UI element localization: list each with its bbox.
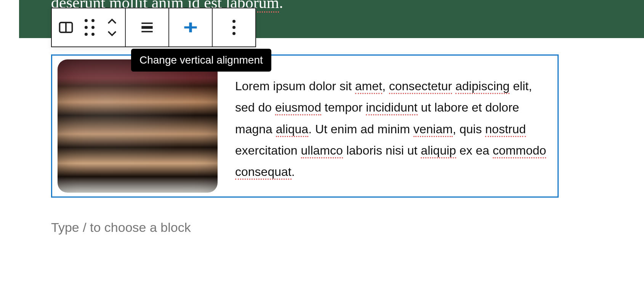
drag-icon <box>85 19 95 36</box>
block-toolbar <box>51 8 256 47</box>
media-text-block[interactable]: Lorem ipsum dolor sit amet, consectetur … <box>51 54 559 198</box>
drag-handle[interactable] <box>78 8 101 46</box>
tooltip: Change vertical alignment <box>131 49 271 72</box>
toolbar-group-align <box>126 8 169 46</box>
move-down-button[interactable] <box>101 27 123 39</box>
align-lines-icon <box>139 19 155 36</box>
block-type-button[interactable] <box>54 8 78 46</box>
media-position-button[interactable] <box>171 8 210 46</box>
move-up-button[interactable] <box>101 16 123 27</box>
vertical-align-button[interactable] <box>128 8 166 46</box>
block-movers <box>101 8 123 46</box>
toolbar-group-type <box>52 8 126 46</box>
toolbar-group-more <box>213 8 255 46</box>
more-vertical-icon <box>232 20 235 35</box>
toolbar-group-media <box>169 8 213 46</box>
more-options-button[interactable] <box>215 8 253 46</box>
media-text-paragraph[interactable]: Lorem ipsum dolor sit amet, consectetur … <box>235 59 552 193</box>
chevron-up-icon <box>106 15 119 28</box>
default-block-appender[interactable]: Type / to choose a block <box>51 220 191 235</box>
align-center-vertical-icon <box>182 19 199 36</box>
columns-icon <box>58 19 74 36</box>
chevron-down-icon <box>106 27 119 40</box>
media-image[interactable] <box>58 59 218 193</box>
svg-rect-6 <box>189 22 192 32</box>
